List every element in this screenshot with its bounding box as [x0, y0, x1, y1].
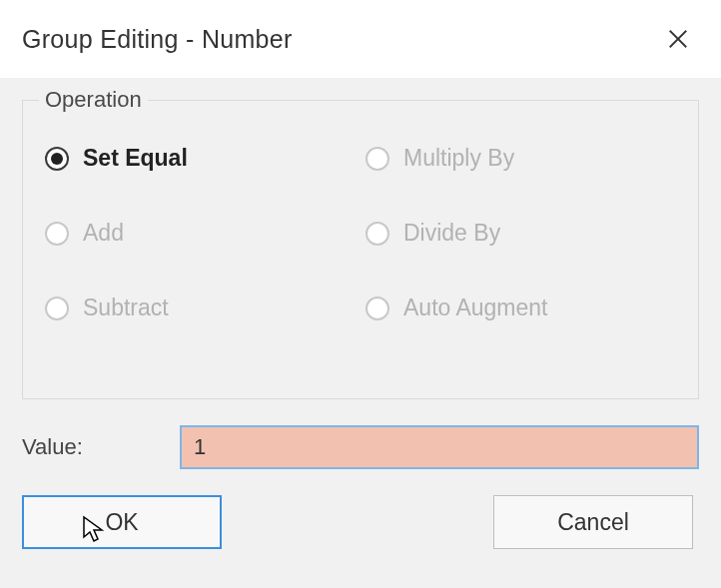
radio-icon: [45, 147, 69, 171]
operation-groupbox: Operation Set Equal Multiply By Add Divi…: [22, 100, 699, 399]
radio-icon: [365, 296, 389, 320]
value-input[interactable]: [180, 425, 699, 469]
radio-auto-augment: Auto Augment: [365, 294, 676, 321]
cursor-icon: [82, 515, 108, 545]
radio-label: Multiply By: [403, 145, 514, 172]
radio-add: Add: [45, 220, 356, 247]
radio-set-equal[interactable]: Set Equal: [45, 145, 356, 172]
cancel-button-label: Cancel: [557, 509, 629, 536]
radio-icon: [365, 147, 389, 171]
radio-icon: [45, 296, 69, 320]
radio-multiply-by: Multiply By: [365, 145, 676, 172]
button-row: OK Cancel: [22, 495, 699, 549]
radio-icon: [365, 222, 389, 246]
operation-radio-grid: Set Equal Multiply By Add Divide By Subt: [45, 135, 676, 321]
value-label: Value:: [22, 434, 172, 460]
radio-label: Divide By: [403, 220, 500, 247]
radio-label: Set Equal: [83, 145, 188, 172]
close-icon: [667, 28, 689, 50]
radio-subtract: Subtract: [45, 294, 356, 321]
radio-label: Auto Augment: [403, 294, 548, 321]
dialog-title: Group Editing - Number: [22, 25, 293, 54]
radio-icon: [45, 222, 69, 246]
cancel-button[interactable]: Cancel: [493, 495, 693, 549]
ok-button-label: OK: [105, 509, 138, 536]
close-button[interactable]: [663, 24, 693, 54]
radio-label: Subtract: [83, 294, 169, 321]
titlebar: Group Editing - Number: [0, 0, 721, 78]
dialog-body: Operation Set Equal Multiply By Add Divi…: [0, 78, 721, 588]
radio-divide-by: Divide By: [365, 220, 676, 247]
operation-legend: Operation: [39, 87, 148, 113]
value-row: Value:: [22, 425, 699, 469]
radio-label: Add: [83, 220, 124, 247]
ok-button[interactable]: OK: [22, 495, 222, 549]
group-editing-dialog: Group Editing - Number Operation Set Equ…: [0, 0, 721, 588]
